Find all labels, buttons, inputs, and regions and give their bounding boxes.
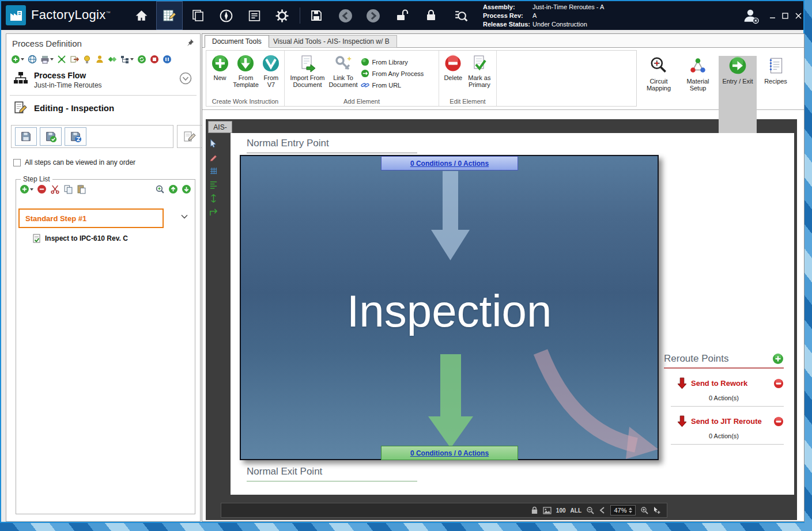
save-button[interactable] bbox=[303, 1, 330, 30]
lock-view-button[interactable] bbox=[531, 506, 538, 514]
hold-button[interactable] bbox=[163, 55, 172, 64]
reroute-item[interactable]: Send to JIT Reroute bbox=[664, 415, 784, 427]
inspection-node[interactable]: Inspection 0 Conditions / 0 Actions 0 Co… bbox=[240, 155, 659, 460]
pin-panel-button[interactable] bbox=[186, 39, 194, 47]
ribbon-groups: New From Template From V7 Create Work In… bbox=[206, 50, 637, 107]
unlock-button[interactable] bbox=[388, 1, 415, 30]
refresh-button[interactable] bbox=[137, 55, 146, 64]
add-process-button[interactable] bbox=[11, 55, 24, 64]
edit-document-button[interactable] bbox=[177, 125, 202, 148]
tab-visual-aid-tools[interactable]: Visual Aid Tools - AIS- Inspection w/ B bbox=[266, 35, 397, 48]
add-step-button[interactable] bbox=[20, 184, 33, 194]
minimize-button[interactable] bbox=[766, 10, 778, 21]
reroute-manager-button[interactable] bbox=[57, 55, 66, 64]
entry-conditions-link[interactable]: 0 Conditions / 0 Actions bbox=[381, 156, 518, 170]
down-icon bbox=[182, 184, 191, 194]
cut-step-button[interactable] bbox=[50, 184, 60, 194]
reroute-item[interactable]: Send to Rework bbox=[664, 377, 784, 389]
substep-item[interactable]: Inspect to IPC-610 Rev. C bbox=[32, 234, 128, 243]
checkout-icon bbox=[70, 55, 79, 64]
material-setup-button[interactable]: Material Setup bbox=[680, 51, 716, 107]
grid-toggle-button[interactable] bbox=[209, 166, 218, 175]
assign-user-button[interactable] bbox=[95, 55, 104, 64]
reroute-actions-count: 0 Action(s) bbox=[664, 433, 784, 439]
copy-step-button[interactable] bbox=[63, 184, 73, 194]
editing-label: Editing - Inspection bbox=[34, 103, 114, 113]
settings-button[interactable] bbox=[269, 1, 295, 30]
print-button[interactable] bbox=[40, 55, 54, 64]
zoom-all-button[interactable]: ALL bbox=[571, 507, 581, 514]
recipes-button[interactable]: Recipes bbox=[760, 51, 792, 107]
home-button[interactable] bbox=[128, 1, 154, 30]
save-as-template-button[interactable] bbox=[65, 127, 86, 146]
key-link-icon bbox=[334, 54, 353, 73]
tab-document-tools[interactable]: Document Tools bbox=[205, 35, 269, 48]
variants-button[interactable] bbox=[108, 55, 117, 64]
ribbon: New From Template From V7 Create Work In… bbox=[202, 48, 804, 110]
add-reroute-button[interactable] bbox=[772, 353, 784, 365]
compass-icon bbox=[219, 9, 233, 23]
recipes-icon bbox=[766, 56, 785, 75]
close-button[interactable] bbox=[792, 10, 804, 21]
zoom-in-button[interactable] bbox=[640, 506, 648, 514]
save-process-button[interactable] bbox=[15, 127, 37, 146]
expand-flow-button[interactable] bbox=[179, 72, 192, 85]
connector-button[interactable] bbox=[209, 208, 218, 217]
move-step-down-button[interactable] bbox=[182, 184, 191, 194]
audit-trail-button[interactable] bbox=[447, 1, 473, 30]
any-order-checkbox[interactable] bbox=[13, 159, 21, 166]
process-definition-button[interactable] bbox=[156, 1, 183, 30]
annotate-tool-button[interactable] bbox=[209, 153, 218, 161]
user-button[interactable] bbox=[738, 1, 764, 30]
zoom-out-button[interactable] bbox=[586, 506, 594, 514]
remove-step-button[interactable] bbox=[37, 184, 47, 194]
ribbon-right-buttons: Circuit Mapping Material Setup Entry / E… bbox=[640, 51, 792, 107]
batch-records-button[interactable] bbox=[184, 1, 211, 30]
mark-as-primary-button[interactable]: Mark as Primary bbox=[465, 53, 494, 88]
from-template-button[interactable]: From Template bbox=[231, 53, 260, 88]
collapse-step-button[interactable] bbox=[181, 214, 188, 219]
distribute-button[interactable] bbox=[209, 194, 218, 203]
news-button[interactable] bbox=[241, 1, 267, 30]
zoom-100-button[interactable]: 100 bbox=[556, 507, 566, 514]
align-button[interactable] bbox=[209, 180, 218, 189]
from-v7-button[interactable]: From V7 bbox=[260, 53, 282, 88]
new-button[interactable]: New bbox=[209, 53, 231, 81]
reroute-underline bbox=[664, 367, 784, 369]
document-tab[interactable]: AIS- bbox=[208, 121, 232, 133]
navigator-button[interactable] bbox=[213, 1, 239, 30]
select-tool-button[interactable] bbox=[209, 139, 218, 147]
forward-button[interactable] bbox=[360, 1, 386, 30]
person-icon bbox=[95, 55, 104, 64]
zoom-region-button[interactable] bbox=[653, 506, 661, 514]
zoom-spinner[interactable] bbox=[629, 507, 632, 513]
from-library-button[interactable]: From Library bbox=[361, 58, 435, 66]
tree-view-button[interactable] bbox=[120, 55, 134, 64]
stop-editing-button[interactable] bbox=[150, 55, 159, 64]
link-to-document-button[interactable]: Link To Document bbox=[326, 53, 361, 88]
back-button[interactable] bbox=[332, 1, 358, 30]
from-any-process-button[interactable]: From Any Process bbox=[361, 69, 435, 78]
fit-image-button[interactable] bbox=[543, 507, 552, 514]
entry-exit-button[interactable]: Entry / Exit bbox=[719, 51, 757, 107]
import-from-document-button[interactable]: Import From Document bbox=[289, 53, 326, 88]
editing-icon bbox=[13, 101, 28, 115]
maximize-button[interactable] bbox=[779, 10, 791, 21]
delete-element-button[interactable]: Delete bbox=[441, 53, 465, 81]
remove-reroute-button[interactable] bbox=[773, 416, 784, 427]
web-publish-button[interactable] bbox=[28, 55, 37, 64]
circuit-mapping-button[interactable]: Circuit Mapping bbox=[640, 51, 677, 107]
save-and-checkin-button[interactable] bbox=[40, 127, 62, 146]
release-button[interactable] bbox=[82, 55, 92, 64]
paste-step-button[interactable] bbox=[77, 184, 86, 194]
exit-conditions-link[interactable]: 0 Conditions / 0 Actions bbox=[381, 446, 518, 460]
move-step-up-button[interactable] bbox=[168, 184, 178, 194]
from-url-button[interactable]: From URL bbox=[361, 81, 435, 89]
zoom-level-input[interactable]: 47% bbox=[610, 505, 636, 515]
step-item-selected[interactable]: Standard Step #1 bbox=[18, 208, 164, 228]
checkout-button[interactable] bbox=[70, 55, 79, 64]
remove-reroute-button[interactable] bbox=[773, 378, 784, 389]
find-step-button[interactable] bbox=[155, 184, 165, 194]
lock-button[interactable] bbox=[418, 1, 444, 30]
pan-left-button[interactable] bbox=[599, 507, 606, 514]
